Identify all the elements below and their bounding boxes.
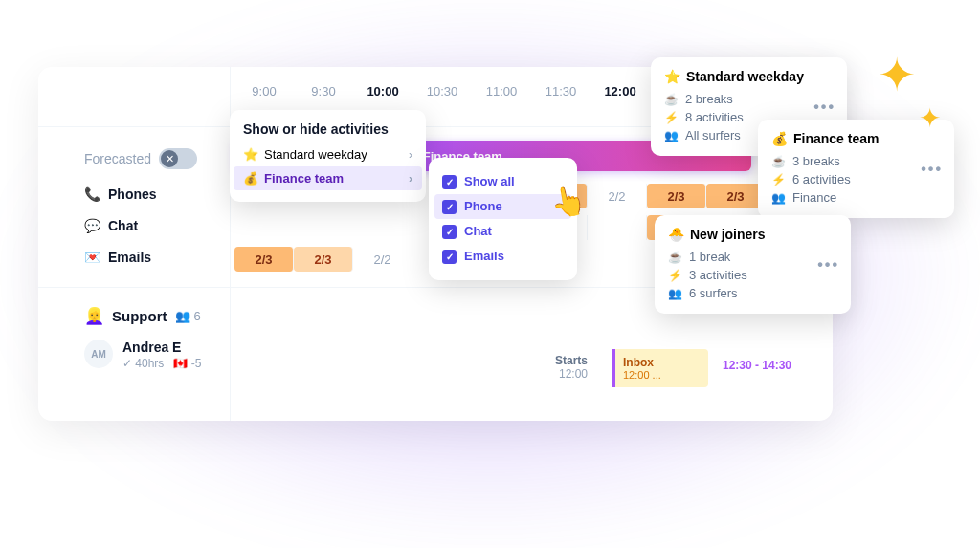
option-icon: 💰 [243, 171, 258, 186]
checkbox-icon: ✓ [442, 175, 457, 189]
filter-option[interactable]: ✓Chat [442, 219, 564, 244]
user-info: Andrea E ✓ 40hrs 🇨🇦 -5 [122, 340, 201, 370]
option-label: Finance team [264, 171, 344, 186]
filter-option[interactable]: ✓Phone [434, 194, 571, 219]
shift-start: Starts 12:00 [555, 354, 588, 381]
filter-popover: ✓Show all✓Phone✓Chat✓Emails [429, 158, 577, 280]
chat-icon: 💬 [84, 218, 100, 233]
filter-label: Show all [464, 174, 515, 188]
person-icon: 👱‍♀️ [84, 306, 104, 326]
line-icon: 👥 [664, 129, 678, 142]
filter-option[interactable]: ✓Emails [442, 244, 564, 269]
activity-option[interactable]: ⭐Standard weekday› [243, 142, 412, 166]
forecasted-toggle-row: Forecasted ✕ [84, 148, 197, 169]
group-support[interactable]: 👱‍♀️ Support 👥 6 [84, 306, 201, 326]
inbox-label: Inbox [623, 356, 708, 369]
card-line: ⚡6 activities [771, 170, 941, 188]
card-title: Standard weekday [686, 69, 804, 84]
checkbox-icon: ✓ [442, 225, 457, 239]
toggle-knob-off-icon: ✕ [161, 150, 178, 167]
sparkle-icon: ✦ [919, 102, 942, 133]
info-card-finance-team: 💰Finance team ☕3 breaks⚡6 activities👥Fin… [758, 120, 954, 218]
card-line: ☕1 break [668, 248, 837, 266]
card-title: New joiners [690, 227, 766, 242]
checkbox-icon: ✓ [442, 250, 457, 264]
card-title: Finance team [793, 131, 879, 146]
moneybag-icon: 💰 [771, 131, 788, 146]
ratio-cell: 2/2 [353, 247, 412, 272]
time-slot: 11:00 [472, 84, 531, 99]
chick-icon: 🐣 [668, 227, 684, 242]
time-slot: 10:30 [412, 84, 472, 99]
ratio-cell: 2/3 [234, 247, 294, 272]
sidebar-item-phones[interactable]: 📞 Phones [84, 186, 157, 202]
time-slot: 12:00 [590, 84, 650, 99]
filter-option[interactable]: ✓Show all [442, 169, 564, 194]
line-icon: ☕ [664, 93, 678, 106]
group-count: 👥 6 [175, 309, 201, 323]
popover-title: Show or hide activities [243, 121, 412, 137]
filter-label: Phone [464, 199, 502, 213]
more-button[interactable]: ••• [813, 99, 835, 116]
option-icon: ⭐ [243, 147, 258, 162]
more-button[interactable]: ••• [921, 161, 943, 178]
forecasted-toggle[interactable]: ✕ [159, 148, 197, 169]
phone-icon: 📞 [84, 186, 100, 202]
time-slot: 9:30 [294, 84, 353, 99]
chevron-right-icon: › [409, 172, 412, 186]
line-icon: ⚡ [668, 269, 681, 282]
flag-icon: 🇨🇦 -5 [173, 357, 201, 370]
sidebar-label: Emails [108, 250, 151, 265]
filter-label: Chat [464, 224, 492, 238]
chevron-right-icon: › [409, 148, 412, 162]
time-slot: 11:30 [531, 84, 590, 99]
starts-label: Starts [555, 354, 588, 367]
card-line: ⚡3 activities [668, 266, 837, 284]
sidebar-label: Chat [108, 218, 138, 233]
card-line: ☕3 breaks [771, 152, 941, 170]
ratio-cell: 2/3 [294, 247, 353, 272]
sidebar-label: Phones [108, 186, 157, 202]
line-icon: ⚡ [664, 111, 678, 124]
sidebar-item-emails[interactable]: 💌 Emails [84, 250, 151, 265]
inbox-block[interactable]: Inbox 12:00 ... [612, 349, 708, 387]
activity-option[interactable]: 💰Finance team› [234, 166, 422, 190]
inbox-time: 12:00 ... [623, 369, 708, 381]
forecasted-label: Forecasted [84, 151, 151, 166]
line-icon: 👥 [668, 287, 681, 300]
time-range: 12:30 - 14:30 [723, 359, 791, 372]
ratio-cell [588, 215, 647, 240]
more-button[interactable]: ••• [817, 256, 839, 274]
ratio-cell: 2/3 [647, 184, 706, 208]
checkbox-icon: ✓ [442, 200, 457, 214]
line-icon: 👥 [771, 191, 785, 205]
user-name: Andrea E [122, 340, 201, 355]
line-icon: ☕ [771, 155, 785, 168]
activities-popover: Show or hide activities ⭐Standard weekda… [230, 110, 426, 202]
time-slot: 10:00 [353, 84, 412, 99]
ratio-cell: 2/2 [588, 184, 647, 208]
group-label: Support [112, 308, 167, 324]
card-line: 👥6 surfers [668, 284, 837, 302]
user-row[interactable]: AM Andrea E ✓ 40hrs 🇨🇦 -5 [84, 340, 201, 370]
sparkle-icon: ✦ [878, 48, 917, 100]
card-line: 👥Finance [771, 188, 941, 207]
heart-icon: 💌 [84, 250, 100, 265]
star-icon: ⭐ [664, 69, 680, 84]
ratio-cell: 2/3 [706, 184, 766, 208]
info-card-new-joiners: 🐣New joiners ☕1 break⚡3 activities👥6 sur… [655, 215, 851, 314]
time-slot: 9:00 [234, 84, 294, 99]
card-line: ☕2 breaks [664, 90, 834, 108]
people-icon: 👥 [175, 309, 190, 323]
avatar: AM [84, 340, 113, 368]
sidebar-item-chat[interactable]: 💬 Chat [84, 218, 138, 233]
line-icon: ⚡ [771, 173, 785, 186]
line-icon: ☕ [668, 251, 681, 264]
filter-label: Emails [464, 249, 504, 263]
starts-time: 12:00 [555, 367, 588, 381]
option-label: Standard weekday [264, 147, 368, 162]
checkmark-icon: ✓ 40hrs [122, 357, 164, 370]
